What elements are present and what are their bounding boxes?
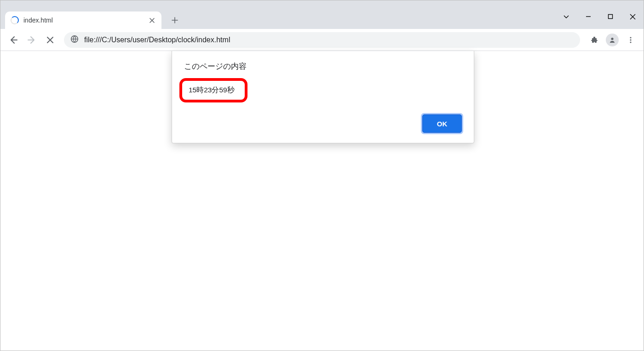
address-bar-url: file:///C:/Users/user/Desktop/clock/inde… [84, 36, 230, 44]
window-maximize-button[interactable] [599, 7, 621, 26]
alert-dialog-message: 15時23分59秒 [189, 85, 235, 95]
close-tab-button[interactable] [148, 16, 156, 24]
forward-button[interactable] [23, 32, 40, 48]
svg-point-4 [630, 39, 631, 40]
tab-title: index.html [23, 17, 148, 24]
toolbar-right [585, 32, 640, 48]
back-button[interactable] [5, 32, 22, 48]
browser-toolbar: file:///C:/Users/user/Desktop/clock/inde… [0, 29, 644, 51]
extensions-button[interactable] [586, 32, 602, 48]
window-titlebar [0, 0, 644, 7]
svg-rect-0 [609, 15, 613, 19]
alert-dialog-title: このページの内容 [184, 61, 462, 72]
window-controls [555, 7, 644, 26]
window-close-button[interactable] [621, 7, 644, 26]
loading-spinner-icon [11, 16, 19, 24]
window-minimize-button[interactable] [577, 7, 599, 26]
menu-button[interactable] [622, 32, 639, 48]
javascript-alert-dialog: このページの内容 15時23分59秒 OK [172, 51, 474, 143]
address-bar[interactable]: file:///C:/Users/user/Desktop/clock/inde… [64, 32, 580, 48]
svg-point-2 [611, 37, 613, 40]
profile-button[interactable] [604, 32, 621, 48]
stop-reload-button[interactable] [42, 32, 58, 48]
svg-point-3 [630, 37, 631, 38]
browser-tab[interactable]: index.html [5, 11, 161, 29]
svg-point-5 [630, 41, 631, 43]
tab-strip: index.html [0, 7, 644, 29]
window-dropdown-button[interactable] [555, 7, 577, 26]
page-content: このページの内容 15時23分59秒 OK [0, 51, 644, 351]
alert-dialog-actions: OK [184, 114, 462, 133]
new-tab-button[interactable] [168, 13, 182, 27]
highlight-annotation: 15時23分59秒 [179, 78, 247, 102]
site-info-icon[interactable] [70, 35, 79, 45]
alert-ok-button[interactable]: OK [422, 114, 462, 133]
avatar-icon [606, 34, 619, 46]
